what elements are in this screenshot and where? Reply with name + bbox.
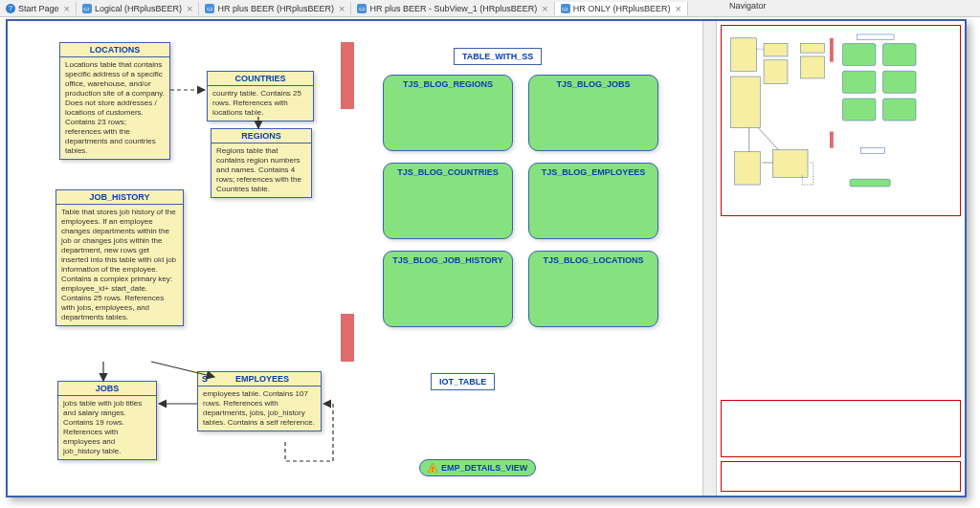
navigator-title: Navigator	[729, 1, 767, 11]
tab-start-page[interactable]: ? Start Page ×	[0, 2, 77, 15]
entity-body: Locations table that contains specific a…	[60, 57, 169, 159]
svg-rect-8	[764, 44, 788, 56]
diagram-icon: ▭	[357, 4, 367, 13]
entity-body: Regions table that contains region numbe…	[212, 144, 311, 197]
entity-title: REGIONS	[212, 129, 311, 144]
entity-title-text: EMPLOYEES	[235, 374, 289, 384]
green-countries[interactable]: TJS_BLOG_COUNTRIES	[383, 163, 513, 239]
tab-label: Start Page	[18, 4, 59, 13]
entity-body: employees table. Contains 107 rows. Refe…	[198, 387, 321, 431]
main-frame: LOCATIONS Locations table that contains …	[6, 19, 967, 497]
green-regions[interactable]: TJS_BLOG_REGIONS	[383, 75, 513, 151]
svg-rect-17	[842, 44, 875, 66]
green-locations[interactable]: TJS_BLOG_LOCATIONS	[528, 251, 658, 327]
svg-rect-19	[842, 71, 875, 93]
close-icon[interactable]: ×	[675, 3, 680, 14]
svg-rect-14	[773, 150, 808, 178]
entity-job-history[interactable]: JOB_HISTORY Table that stores job histor…	[56, 189, 184, 326]
vertical-scrollbar[interactable]	[702, 21, 716, 496]
diagram-icon: ▭	[205, 4, 214, 13]
label-iot-table[interactable]: IOT_TABLE	[431, 373, 495, 390]
svg-rect-21	[842, 99, 875, 121]
green-title: TJS_BLOG_REGIONS	[384, 76, 512, 93]
entity-title: COUNTRIES	[208, 72, 313, 86]
close-icon[interactable]: ×	[64, 3, 70, 14]
red-marker	[341, 42, 354, 109]
close-icon[interactable]: ×	[187, 3, 192, 14]
entity-body: jobs table with job titles and salary ra…	[58, 396, 156, 459]
green-job-history[interactable]: TJS_BLOG_JOB_HISTORY	[383, 251, 513, 327]
green-employees[interactable]: TJS_BLOG_EMPLOYEES	[528, 163, 658, 239]
view-emp-details[interactable]: ! EMP_DETAILS_VIEW	[419, 459, 536, 476]
svg-rect-23	[858, 34, 894, 40]
svg-rect-9	[764, 60, 788, 84]
entity-title: JOBS	[58, 382, 156, 396]
navigator-region	[721, 461, 961, 492]
tab-hr-plus-beer[interactable]: ▭ HR plus BEER (HRplusBEER) ×	[199, 2, 351, 15]
svg-rect-12	[731, 77, 761, 128]
entity-title: LOCATIONS	[60, 43, 169, 57]
close-icon[interactable]: ×	[339, 3, 345, 14]
svg-rect-10	[800, 44, 824, 54]
navigator-pane	[716, 21, 965, 496]
green-title: TJS_BLOG_EMPLOYEES	[529, 164, 657, 181]
red-marker	[341, 314, 354, 362]
svg-rect-18	[883, 44, 916, 66]
tab-subview[interactable]: ▭ HR plus BEER - SubView_1 (HRplusBEER) …	[351, 2, 554, 15]
entity-title: S EMPLOYEES	[198, 372, 321, 387]
svg-rect-20	[883, 71, 916, 93]
svg-rect-24	[861, 148, 885, 154]
close-icon[interactable]: ×	[542, 3, 547, 14]
svg-rect-25	[850, 179, 890, 187]
svg-text:!: !	[432, 466, 434, 473]
svg-rect-11	[800, 56, 824, 78]
navigator-region	[721, 400, 961, 457]
svg-rect-16	[830, 131, 834, 147]
diagram-canvas[interactable]: LOCATIONS Locations table that contains …	[8, 21, 716, 496]
diagram-icon: ▭	[82, 4, 92, 13]
green-title: TJS_BLOG_JOB_HISTORY	[384, 252, 512, 269]
entity-regions[interactable]: REGIONS Regions table that contains regi…	[211, 128, 312, 198]
warning-icon: !	[428, 463, 437, 473]
diagram-icon: ▭	[561, 4, 570, 13]
label-table-with-ss[interactable]: TABLE_WITH_SS	[454, 48, 542, 65]
tab-bar: ? Start Page × ▭ Logical (HRplusBEER) × …	[0, 0, 980, 17]
svg-rect-7	[731, 38, 757, 71]
tab-label: Logical (HRplusBEER)	[95, 4, 182, 13]
entity-employees[interactable]: S EMPLOYEES employees table. Contains 10…	[197, 371, 322, 431]
tab-logical[interactable]: ▭ Logical (HRplusBEER) ×	[77, 2, 199, 15]
entity-title-prefix: S	[202, 374, 208, 384]
green-title: TJS_BLOG_COUNTRIES	[384, 164, 512, 181]
entity-title: JOB_HISTORY	[56, 190, 183, 205]
svg-rect-22	[883, 99, 916, 121]
green-title: TJS_BLOG_JOBS	[529, 76, 657, 93]
tab-hr-only[interactable]: ▭ HR ONLY (HRplusBEER) ×	[555, 2, 688, 15]
tab-label: HR plus BEER (HRplusBEER)	[217, 4, 334, 13]
help-icon: ?	[6, 4, 15, 13]
entity-body: country table. Contains 25 rows. Referen…	[208, 86, 313, 121]
entity-jobs[interactable]: JOBS jobs table with job titles and sala…	[57, 381, 157, 460]
navigator-minimap[interactable]	[721, 25, 961, 216]
green-title: TJS_BLOG_LOCATIONS	[529, 252, 657, 269]
pill-label: EMP_DETAILS_VIEW	[441, 463, 527, 473]
green-jobs[interactable]: TJS_BLOG_JOBS	[528, 75, 658, 151]
tab-label: HR plus BEER - SubView_1 (HRplusBEER)	[369, 4, 537, 13]
svg-line-28	[758, 128, 778, 150]
tab-label: HR ONLY (HRplusBEER)	[573, 4, 671, 13]
entity-locations[interactable]: LOCATIONS Locations table that contains …	[59, 42, 170, 160]
svg-rect-15	[830, 38, 834, 62]
entity-body: Table that stores job history of the emp…	[56, 205, 183, 325]
entity-countries[interactable]: COUNTRIES country table. Contains 25 row…	[207, 71, 314, 121]
svg-rect-13	[734, 152, 760, 185]
